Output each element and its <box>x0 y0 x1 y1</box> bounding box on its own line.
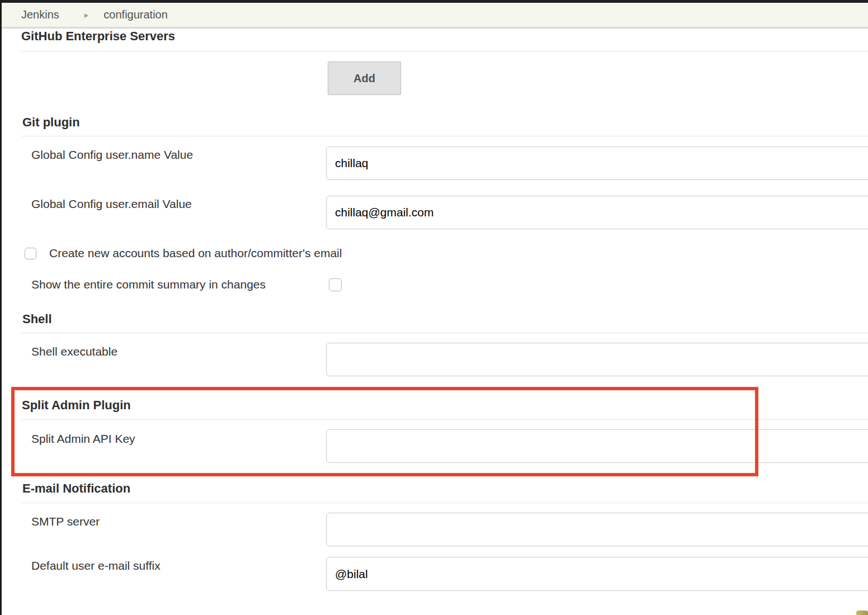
default-email-suffix-input[interactable] <box>326 557 868 591</box>
smtp-server-input[interactable] <box>326 513 868 546</box>
label-show-commit-summary[interactable]: Show the entire commit summary in change… <box>31 278 266 291</box>
global-config-user-name-input[interactable] <box>326 146 868 180</box>
section-divider <box>21 333 868 333</box>
breadcrumb: Jenkins ▸ configuration <box>0 3 868 29</box>
section-title-git-plugin: Git plugin <box>22 115 80 130</box>
jenkins-configuration-page: { "breadcrumb": { "items": ["Jenkins", "… <box>0 0 868 615</box>
chevron-right-icon: ▸ <box>84 10 89 20</box>
window-top-bar <box>0 0 868 3</box>
add-github-server-button[interactable]: Add <box>328 62 401 95</box>
section-divider <box>21 136 868 136</box>
section-divider <box>21 419 868 420</box>
label-global-config-user-name: Global Config user.name Value <box>31 148 193 162</box>
window-left-edge <box>0 0 2 615</box>
section-divider <box>21 51 868 51</box>
label-split-admin-api-key: Split Admin API Key <box>31 432 135 446</box>
section-title-email-notification: E-mail Notification <box>22 481 130 496</box>
label-global-config-user-email: Global Config user.email Value <box>31 197 192 211</box>
label-create-accounts[interactable]: Create new accounts based on author/comm… <box>49 247 342 260</box>
show-commit-summary-checkbox[interactable] <box>329 278 342 291</box>
section-title-github-enterprise-servers: GitHub Enterprise Servers <box>21 29 175 44</box>
breadcrumb-item-configuration[interactable]: configuration <box>103 8 168 21</box>
create-accounts-checkbox[interactable] <box>25 248 36 259</box>
section-title-split-admin-plugin: Split Admin Plugin <box>22 398 131 413</box>
global-config-user-email-input[interactable] <box>326 196 868 229</box>
label-default-email-suffix: Default user e-mail suffix <box>31 559 161 573</box>
clipped-gold-icon <box>856 611 868 615</box>
section-title-shell: Shell <box>22 312 52 327</box>
split-admin-api-key-input[interactable] <box>326 429 868 463</box>
shell-executable-input[interactable] <box>326 343 868 376</box>
label-smtp-server: SMTP server <box>31 515 100 528</box>
breadcrumb-item-jenkins[interactable]: Jenkins <box>21 8 59 21</box>
label-shell-executable: Shell executable <box>31 345 117 358</box>
section-divider <box>21 503 868 503</box>
